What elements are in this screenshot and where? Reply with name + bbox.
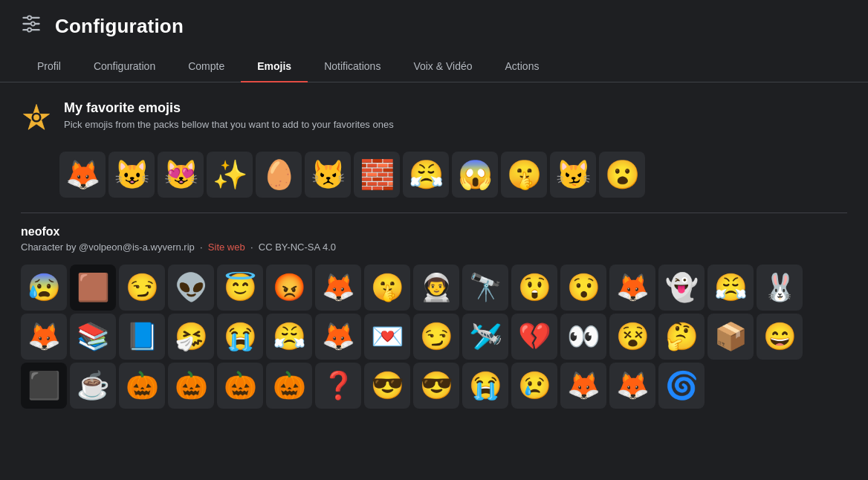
pack-emoji-14[interactable]: 😤 xyxy=(707,265,754,311)
tab-voix-video[interactable]: Voix & Vidéo xyxy=(397,53,488,82)
pack-credit: Character by @volpeon@is-a.wyvern.rip xyxy=(21,241,195,253)
pack-emoji-23[interactable]: 💌 xyxy=(364,314,410,360)
pack-emoji-12[interactable]: 🦊 xyxy=(609,265,655,311)
pack-emoji-43[interactable]: 🦊 xyxy=(560,363,606,409)
favorite-emoji-5[interactable]: 😾 xyxy=(305,152,351,198)
pack-emoji-21[interactable]: 😤 xyxy=(266,314,312,360)
tab-emojis[interactable]: Emojis xyxy=(241,53,308,82)
pack-emoji-19[interactable]: 🤧 xyxy=(168,314,214,360)
pack-emoji-18[interactable]: 📘 xyxy=(119,314,165,360)
favorites-subtitle: Pick emojis from the packs bellow that y… xyxy=(64,119,394,130)
pack-emoji-30[interactable]: 📦 xyxy=(707,314,754,360)
pack-emoji-8[interactable]: 👨‍🚀 xyxy=(413,265,459,311)
pack-emoji-2[interactable]: 😏 xyxy=(119,265,165,311)
favorites-section-header: My favorite emojis Pick emojis from the … xyxy=(21,100,847,140)
pack-emoji-1[interactable]: 🟫 xyxy=(70,265,116,311)
pack-emoji-3[interactable]: 👽 xyxy=(168,265,214,311)
favorites-text: My favorite emojis Pick emojis from the … xyxy=(64,100,394,130)
pack-emoji-17[interactable]: 📚 xyxy=(70,314,116,360)
pack-emoji-45[interactable]: 🌀 xyxy=(658,363,705,409)
pack-emoji-4[interactable]: 😇 xyxy=(217,265,263,311)
pack-emoji-11[interactable]: 😯 xyxy=(560,265,606,311)
pack-emoji-24[interactable]: 😏 xyxy=(413,314,459,360)
pack-emoji-36[interactable]: 🎃 xyxy=(217,363,263,409)
pack-emoji-16[interactable]: 🦊 xyxy=(21,314,67,360)
pack-emoji-grid: 😰🟫😏👽😇😡🦊🤫👨‍🚀🔭😲😯🦊👻😤🐰🦊📚📘🤧😭😤🦊💌😏🛩️💔👀😵🤔📦😄⬛☕🎃🎃🎃… xyxy=(21,265,847,409)
nav-tabs: ProfilConfigurationCompteEmojisNotificat… xyxy=(0,53,868,82)
pack-emoji-27[interactable]: 👀 xyxy=(560,314,606,360)
favorite-emoji-4[interactable]: 🥚 xyxy=(256,152,302,198)
favorites-title: My favorite emojis xyxy=(64,100,394,116)
pack-emoji-42[interactable]: 😢 xyxy=(511,363,557,409)
tab-notifications[interactable]: Notifications xyxy=(308,53,397,82)
svg-point-6 xyxy=(27,16,31,19)
favorite-emoji-9[interactable]: 🤫 xyxy=(501,152,547,198)
favorite-emoji-11[interactable]: 😮 xyxy=(599,152,645,198)
pack-emoji-25[interactable]: 🛩️ xyxy=(462,314,508,360)
pack-emoji-20[interactable]: 😭 xyxy=(217,314,263,360)
pack-emoji-31[interactable]: 😄 xyxy=(757,314,803,360)
tab-actions[interactable]: Actions xyxy=(489,53,556,82)
header: Configuration xyxy=(0,0,868,39)
tab-profil[interactable]: Profil xyxy=(21,53,77,82)
pack-emoji-22[interactable]: 🦊 xyxy=(315,314,361,360)
pack-emoji-40[interactable]: 😎 xyxy=(413,363,459,409)
favorite-emoji-2[interactable]: 😻 xyxy=(158,152,204,198)
favorites-emoji-row: 🦊😺😻✨🥚😾🧱😤😱🤫😼😮 xyxy=(21,152,847,198)
favorite-emoji-3[interactable]: ✨ xyxy=(207,152,253,198)
favorite-emoji-8[interactable]: 😱 xyxy=(452,152,498,198)
pack-emoji-29[interactable]: 🤔 xyxy=(658,314,705,360)
svg-point-7 xyxy=(31,22,35,25)
pack-emoji-10[interactable]: 😲 xyxy=(511,265,557,311)
pack-emoji-35[interactable]: 🎃 xyxy=(168,363,214,409)
pack-name: neofox xyxy=(21,225,847,239)
svg-point-8 xyxy=(27,28,31,32)
pack-site-link[interactable]: Site web xyxy=(208,241,245,253)
pack-emoji-34[interactable]: 🎃 xyxy=(119,363,165,409)
pack-section: neofox Character by @volpeon@is-a.wyvern… xyxy=(21,225,847,409)
favorite-emoji-7[interactable]: 😤 xyxy=(403,152,449,198)
pack-emoji-7[interactable]: 🤫 xyxy=(364,265,410,311)
favorite-emoji-1[interactable]: 😺 xyxy=(108,152,155,198)
pack-emoji-26[interactable]: 💔 xyxy=(511,314,557,360)
config-icon xyxy=(21,13,42,39)
tab-configuration[interactable]: Configuration xyxy=(77,53,172,82)
pack-emoji-37[interactable]: 🎃 xyxy=(266,363,312,409)
pack-emoji-33[interactable]: ☕ xyxy=(70,363,116,409)
pack-license: CC BY-NC-SA 4.0 xyxy=(259,241,336,253)
pack-emoji-5[interactable]: 😡 xyxy=(266,265,312,311)
pack-emoji-41[interactable]: 😭 xyxy=(462,363,508,409)
pack-emoji-9[interactable]: 🔭 xyxy=(462,265,508,311)
section-divider xyxy=(21,213,847,213)
pack-emoji-38[interactable]: ❓ xyxy=(315,363,361,409)
pack-emoji-15[interactable]: 🐰 xyxy=(757,265,803,311)
pack-emoji-0[interactable]: 😰 xyxy=(21,265,67,311)
page-title: Configuration xyxy=(55,15,184,38)
main-content: My favorite emojis Pick emojis from the … xyxy=(0,82,868,480)
pack-emoji-44[interactable]: 🦊 xyxy=(609,363,655,409)
favorites-star-icon xyxy=(21,102,52,140)
pack-meta: Character by @volpeon@is-a.wyvern.rip · … xyxy=(21,241,847,253)
pack-emoji-6[interactable]: 🦊 xyxy=(315,265,361,311)
favorite-emoji-6[interactable]: 🧱 xyxy=(354,152,400,198)
pack-emoji-13[interactable]: 👻 xyxy=(658,265,705,311)
pack-emoji-39[interactable]: 😎 xyxy=(364,363,410,409)
pack-emoji-28[interactable]: 😵 xyxy=(609,314,655,360)
tab-compte[interactable]: Compte xyxy=(172,53,241,82)
pack-emoji-32[interactable]: ⬛ xyxy=(21,363,67,409)
favorite-emoji-0[interactable]: 🦊 xyxy=(59,152,106,198)
favorite-emoji-10[interactable]: 😼 xyxy=(550,152,596,198)
